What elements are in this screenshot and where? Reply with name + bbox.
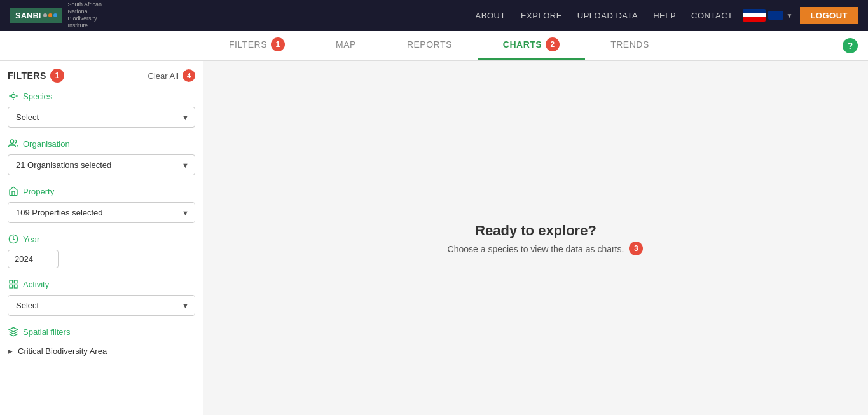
svg-point-1 [10, 140, 13, 143]
tab-badge-filters: 1 [271, 37, 285, 51]
flag-main [743, 9, 766, 22]
svg-rect-6 [14, 285, 17, 288]
activity-select-wrapper: Select ▼ [8, 295, 195, 316]
activity-select[interactable]: Select [8, 295, 195, 316]
logo-dots [43, 13, 57, 17]
year-filter-section: Year [8, 233, 195, 268]
year-label: Year [8, 233, 195, 245]
flag-area: ▼ [743, 9, 792, 22]
top-navigation: SANBI South African National Biodiversit… [0, 0, 868, 31]
organisation-label-text: Organisation [23, 139, 70, 149]
year-input[interactable] [8, 250, 59, 268]
logo-subtitle: South African National Biodiversity Inst… [67, 1, 112, 29]
property-select[interactable]: 109 Properties selected [8, 202, 195, 223]
nav-link-contact[interactable]: CONTACT [691, 11, 733, 20]
species-filter-section: Species Select ▼ [8, 90, 195, 128]
logout-button[interactable]: LOGOUT [800, 7, 858, 24]
species-label: Species [8, 90, 195, 102]
species-select[interactable]: Select [8, 107, 195, 128]
sidebar-header: FILTERS 1 Clear All 4 [8, 69, 195, 83]
nav-link-about[interactable]: ABOUT [476, 11, 506, 20]
main-content-area: Ready to explore? Choose a species to vi… [203, 61, 868, 415]
chevron-right-icon: ▶ [8, 348, 13, 355]
ready-subtitle: Choose a species to view the data as cha… [448, 244, 624, 254]
organisation-select-wrapper: 21 Organisations selected ▼ [8, 154, 195, 175]
svg-point-0 [11, 94, 15, 97]
svg-rect-4 [14, 280, 17, 283]
critical-biodiversity-area-label: Critical Biodiversity Area [18, 346, 107, 356]
filters-badge: 1 [50, 69, 64, 83]
year-label-text: Year [23, 235, 39, 244]
flag-chevron-icon[interactable]: ▼ [786, 12, 792, 19]
property-filter-section: Property 109 Properties selected ▼ [8, 186, 195, 223]
clear-badge: 4 [183, 69, 195, 82]
property-label: Property [8, 186, 195, 197]
flag-secondary [768, 11, 783, 20]
species-label-text: Species [23, 92, 52, 101]
organisation-label: Organisation [8, 138, 195, 149]
ready-to-explore-container: Ready to explore? Choose a species to vi… [448, 222, 624, 254]
spatial-filters-section: Spatial filters ▶ Critical Biodiversity … [8, 326, 195, 358]
tab-badge-charts: 2 [546, 37, 560, 51]
filters-header-row: FILTERS 1 [8, 69, 64, 83]
nav-link-upload-data[interactable]: UPLOAD DATA [577, 11, 638, 20]
tab-reports[interactable]: REPORTS [382, 31, 478, 60]
nav-link-help[interactable]: HELP [653, 11, 676, 20]
spatial-filters-label-text: Spatial filters [23, 327, 70, 337]
organisation-filter-section: Organisation 21 Organisations selected ▼ [8, 138, 195, 175]
property-icon [8, 186, 19, 197]
organisation-select[interactable]: 21 Organisations selected [8, 154, 195, 175]
year-icon [8, 233, 19, 245]
tab-map[interactable]: MAP [310, 31, 382, 60]
species-icon [8, 90, 19, 102]
logo-area: SANBI South African National Biodiversit… [10, 1, 112, 29]
help-badge[interactable]: ? [843, 38, 858, 53]
logo-dot-2 [48, 13, 52, 17]
svg-rect-3 [10, 280, 13, 283]
ready-title: Ready to explore? [448, 222, 624, 239]
activity-label: Activity [8, 278, 195, 290]
tab-filters[interactable]: FILTERS1 [203, 31, 310, 60]
tab-trends[interactable]: TRENDS [585, 31, 675, 60]
organisation-icon [8, 138, 19, 149]
nav-link-explore[interactable]: EXPLORE [521, 11, 562, 20]
filters-title: FILTERS [8, 71, 46, 81]
sidebar: FILTERS 1 Clear All 4 Species [0, 61, 203, 415]
activity-label-text: Activity [23, 280, 49, 289]
badge-3: 3 [629, 242, 643, 255]
svg-rect-5 [10, 285, 13, 288]
tabs-row: FILTERS1MAPREPORTSCHARTS2TRENDS? [0, 31, 868, 61]
property-select-wrapper: 109 Properties selected ▼ [8, 202, 195, 223]
clear-all-label: Clear All [148, 71, 179, 81]
nav-links: ABOUTEXPLOREUPLOAD DATAHELPCONTACT [476, 11, 733, 20]
critical-biodiversity-area-item[interactable]: ▶ Critical Biodiversity Area [8, 344, 195, 358]
spatial-filters-label: Spatial filters [8, 326, 195, 337]
spatial-filters-icon [8, 326, 19, 337]
logo-text: SANBI [15, 11, 41, 20]
tab-charts[interactable]: CHARTS2 [478, 31, 585, 60]
main-layout: FILTERS 1 Clear All 4 Species [0, 61, 868, 415]
activity-filter-section: Activity Select ▼ [8, 278, 195, 316]
svg-marker-7 [9, 327, 17, 332]
clear-all-button[interactable]: Clear All 4 [148, 69, 195, 82]
logo: SANBI [10, 8, 62, 23]
logo-dot-1 [43, 13, 47, 17]
property-label-text: Property [23, 187, 54, 196]
activity-icon [8, 278, 19, 290]
species-select-wrapper: Select ▼ [8, 107, 195, 128]
logo-dot-3 [53, 13, 57, 17]
